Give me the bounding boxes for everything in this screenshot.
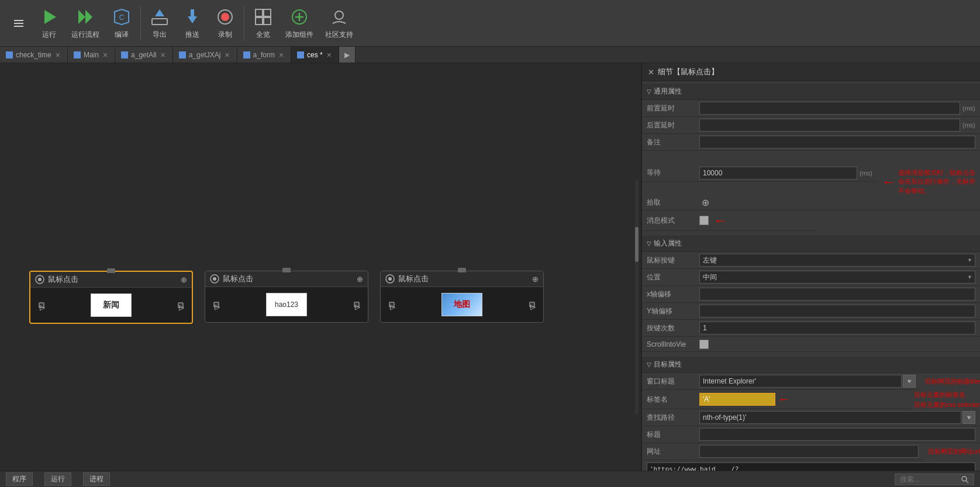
panel-title-text: 细节【鼠标点击】 [658, 67, 719, 77]
svg-rect-15 [256, 18, 263, 25]
node-2[interactable]: 鼠标点击 ⊕ ▷ hao123 ▷ [205, 271, 368, 323]
node-3-right-connector[interactable]: ▷ [529, 302, 535, 308]
prop-tag-name-input[interactable] [699, 393, 775, 406]
bottom-search [895, 474, 974, 485]
bottom-btn-run[interactable]: 运行 [44, 472, 71, 486]
toolbar-push[interactable]: 推送 [176, 6, 209, 40]
node-2-preview: hao123 [266, 293, 307, 316]
prop-find-path-dropdown[interactable]: ▼ [962, 411, 975, 424]
prop-mouse-btn-select-wrap: 左键 右键 中键 [699, 254, 975, 267]
push-icon [182, 6, 203, 27]
tab-ces-close[interactable]: × [326, 50, 333, 60]
prop-post-delay: 后置延时 (ms) [642, 117, 980, 134]
svg-marker-4 [78, 10, 85, 24]
node-handle-2 [282, 268, 291, 272]
prop-window-title-row: 窗口标题 ▼ 目标网页的标题title [642, 373, 980, 390]
toolbar-export-label: 导出 [153, 30, 167, 40]
bottom-btn-program[interactable]: 程序 [6, 472, 33, 486]
tab-a-get-jxaj-close[interactable]: × [223, 50, 230, 60]
toolbar-community-label: 社区支持 [325, 30, 353, 40]
node-1[interactable]: 鼠标点击 ⊕ ▷ 新闻 ▷ [29, 271, 193, 324]
svg-point-24 [213, 277, 216, 281]
bottom-search-input[interactable] [900, 475, 958, 483]
toolbar-record-label: 录制 [218, 30, 232, 40]
toolbar-run-flow[interactable]: 运行流程 [65, 6, 105, 40]
node-3-preview: 地图 [441, 293, 482, 316]
toolbar-compile[interactable]: C 编译 [105, 6, 138, 40]
bottom-btn-process[interactable]: 进程 [83, 472, 110, 486]
toolbar-push-label: 推送 [185, 30, 199, 40]
prop-message-mode-checkbox[interactable] [699, 216, 709, 225]
node-2-right-connector[interactable]: ▷ [354, 302, 360, 308]
node-1-left-connector[interactable]: ▷ [39, 302, 44, 308]
node-3-left-connector[interactable]: ▷ [389, 302, 395, 308]
prop-wait-input[interactable] [699, 167, 857, 179]
prop-remark-input[interactable] [699, 136, 975, 148]
canvas-area[interactable]: 鼠标点击 ⊕ ▷ 新闻 ▷ 鼠标点击 [0, 63, 641, 471]
prop-click-count-input[interactable] [699, 322, 975, 334]
node-1-right-connector[interactable]: ▷ [178, 302, 184, 308]
section-general-header[interactable]: 通用属性 [642, 84, 980, 100]
toolbar-compile-label: 编译 [115, 30, 129, 40]
tab-check-time-close[interactable]: × [54, 50, 61, 60]
node-1-crosshair: ⊕ [181, 275, 187, 284]
prop-x-offset-input[interactable] [699, 288, 975, 301]
tab-a-get-jxaj[interactable]: a_getJXAj × [173, 47, 237, 63]
prop-y-offset-input[interactable] [699, 305, 975, 317]
tab-a-form[interactable]: a_form × [237, 47, 292, 63]
toolbar-overview[interactable]: 全览 [247, 6, 279, 40]
panel-close-icon[interactable]: ✕ [648, 68, 654, 77]
toolbar-community[interactable]: 社区支持 [319, 6, 359, 40]
tab-check-time[interactable]: check_time × [0, 47, 68, 63]
prop-title-input[interactable] [699, 428, 975, 441]
ann-arrow-1: ← 选择消息模式时，鼠标点击会在后台进行操作，光标并不会移动。 [882, 168, 975, 195]
node-3[interactable]: 鼠标点击 ⊕ ▷ 地图 ▷ [380, 271, 544, 323]
node-1-body: ▷ 新闻 ▷ [30, 288, 192, 323]
toolbar-record[interactable]: 录制 [209, 6, 241, 40]
mouse-click-icon-3 [385, 274, 395, 284]
tabs-bar: check_time × Main × a_getAll × a_getJXAj… [0, 47, 980, 63]
prop-window-title-dropdown[interactable]: ▼ [903, 375, 916, 388]
node-2-left-connector[interactable]: ▷ [213, 302, 219, 308]
tab-extra[interactable]: ▶ [339, 47, 356, 63]
prop-url-row: 网址 目标网页的网址url [642, 443, 980, 460]
node-1-title: 鼠标点击 [48, 274, 78, 285]
compile-icon: C [111, 6, 132, 27]
node-3-title: 鼠标点击 [398, 274, 429, 284]
tab-a-get-all[interactable]: a_getAll × [115, 47, 173, 63]
svg-rect-16 [264, 18, 271, 25]
run-icon [39, 6, 60, 27]
divider1 [140, 6, 141, 41]
ann-text-5: 目标网页的网址url [928, 447, 980, 456]
section-target-header[interactable]: 目标属性 [642, 357, 980, 373]
prop-pickup-plus[interactable]: ⊕ [702, 197, 709, 208]
prop-mouse-btn-select[interactable]: 左键 右键 中键 [699, 254, 975, 267]
url-textarea[interactable]: 'https://www.baid /?rsv_op=ebTTZMVJ6RdV3… [647, 462, 975, 471]
tab-a-get-all-close[interactable]: × [159, 50, 166, 60]
prop-pre-delay-input[interactable] [699, 102, 960, 115]
tab-a-form-close[interactable]: × [278, 50, 285, 60]
toolbar-add-component[interactable]: 添加组件 [279, 6, 319, 40]
section-input-header[interactable]: 输入属性 [642, 236, 980, 252]
prop-url-input[interactable] [699, 445, 919, 458]
scroll-thumb[interactable] [635, 227, 639, 262]
prop-scroll-into-view-checkbox[interactable] [699, 340, 709, 349]
tab-main-close[interactable]: × [102, 50, 109, 60]
toolbar-export[interactable]: 导出 [143, 6, 176, 40]
prop-find-path-input[interactable] [699, 411, 961, 424]
prop-position-select[interactable]: 中间 左上 右下 [699, 271, 975, 284]
prop-post-delay-input[interactable] [699, 119, 960, 132]
prop-title-label: 标题 [647, 430, 699, 440]
panel-title: ✕ 细节【鼠标点击】 [642, 63, 980, 81]
ann-text-2: 目标网页的标题title [925, 377, 980, 386]
prop-pre-delay-unit: (ms) [962, 105, 975, 112]
tab-ces[interactable]: ces * × [291, 47, 339, 63]
ann-text-3: 目标元素的标签名 [914, 391, 965, 399]
export-icon [149, 6, 170, 27]
toolbar-run[interactable]: 运行 [33, 6, 65, 40]
prop-x-offset: x轴偏移 [642, 286, 980, 303]
toolbar-menu[interactable] [5, 13, 33, 34]
prop-message-mode-check-wrap: ← [699, 212, 727, 229]
prop-window-title-input[interactable] [699, 375, 902, 388]
tab-main[interactable]: Main × [68, 47, 115, 63]
